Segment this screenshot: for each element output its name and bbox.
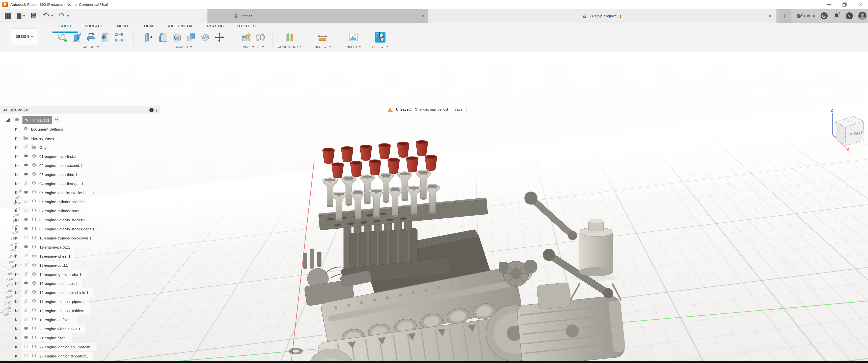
expand-arrow-icon[interactable] [14,236,19,240]
expand-arrow-icon[interactable] [14,309,19,312]
expand-arrow-icon[interactable] [14,164,19,167]
model-driveshaft-upper[interactable] [522,189,580,243]
redo-caret-icon[interactable] [66,15,69,16]
expand-arrow-icon[interactable] [14,355,19,358]
expand-arrow-icon[interactable] [14,218,19,222]
redo-button[interactable] [57,11,70,20]
expand-arrow-icon[interactable] [14,200,19,203]
save-link[interactable]: Save [455,107,463,111]
extrude-icon[interactable] [71,31,83,44]
offset-face-icon[interactable] [199,31,211,44]
collapse-panel-icon[interactable] [2,109,7,112]
joint-icon[interactable] [255,31,266,44]
expand-arrow-icon[interactable] [14,300,19,303]
document-tab-engine[interactable]: 00-312p-engine*(1) × [428,9,776,23]
expand-arrow-icon[interactable] [14,173,19,176]
panel-drag-handle[interactable] [156,109,157,112]
assemble-dropdown[interactable]: ASSEMBLE [237,45,270,48]
expand-arrow-icon[interactable] [14,264,19,267]
close-button[interactable] [852,0,868,9]
visibility-off-icon[interactable] [24,318,29,322]
measure-icon[interactable] [317,31,328,44]
visibility-off-icon[interactable] [24,344,29,349]
browser-item[interactable]: 10-engine-cylinder-box-cover:1 [0,234,159,242]
browser-item[interactable]: 05-engine-velocity-stacks-base:1 [0,188,159,197]
new-component-icon[interactable] [241,31,252,44]
browser-item[interactable]: Named Views [0,134,159,142]
browser-header[interactable]: BROWSER − [0,106,159,114]
browser-item[interactable]: 20-engine-wheels-axle:1 [0,324,159,333]
browser-item[interactable]: 18-engine-exhaust-cables:1 [0,306,159,315]
browser-item[interactable]: 04-engine-main-first-gas:1 [0,179,159,188]
expand-arrow-icon[interactable] [14,128,19,131]
model-velocity-stacks-base[interactable] [318,197,488,230]
3d-viewport[interactable]: 2550250024502400235023002250220021502100… [0,52,868,361]
pattern-icon[interactable] [113,31,125,44]
undo-button[interactable] [41,11,55,20]
browser-item[interactable]: 16-engine-distributor-shield:1 [0,288,159,297]
expand-arrow-icon[interactable] [14,318,19,321]
workspace-selector[interactable]: DESIGN [11,28,38,45]
minimize-button[interactable] [821,0,837,9]
visibility-off-icon[interactable] [24,299,29,304]
expand-arrow-icon[interactable] [14,345,19,349]
visibility-off-icon[interactable] [24,272,29,276]
expand-arrow-icon[interactable] [14,137,19,140]
file-menu-button[interactable] [14,11,27,21]
remove-panel-icon[interactable]: − [149,108,154,112]
expand-arrow-icon[interactable] [14,182,19,185]
browser-item[interactable]: 22-engine-ignition-coil-marelli:1 [0,342,159,351]
press-pull-icon[interactable] [143,31,154,44]
expand-arrow-icon[interactable] [14,327,19,330]
create-sketch-icon[interactable] [57,31,68,44]
canvas-icon[interactable] [347,31,359,44]
visibility-off-icon[interactable] [24,263,29,267]
notifications-bell-icon[interactable] [833,12,840,20]
visibility-off-icon[interactable] [24,254,29,258]
visibility-off-icon[interactable] [24,145,29,150]
root-document[interactable]: (Unsaved) [23,116,52,124]
expand-arrow-icon[interactable] [14,336,19,339]
browser-item[interactable]: 03-engine-main-third:1 [0,170,159,179]
visibility-on-icon[interactable] [14,118,20,122]
documents-counter[interactable]: 0 of 10 [796,13,815,19]
visibility-off-icon[interactable] [24,308,29,313]
expand-arrow-icon[interactable] [14,273,19,276]
browser-item[interactable]: 08-engine-velocity-stacks:1 [0,216,159,224]
expand-arrow-icon[interactable] [14,255,19,258]
browser-item[interactable]: 09-engine-velocity-stacks-caps:1 [0,225,159,233]
move-icon[interactable] [214,31,225,44]
expand-arrow-icon[interactable] [14,209,19,212]
browser-item[interactable]: 13-engine-cord:1 [0,261,159,269]
visibility-off-icon[interactable] [24,236,29,240]
inspect-dropdown[interactable]: INSPECT [309,45,336,48]
visibility-on-icon[interactable] [24,227,29,231]
save-button[interactable] [29,11,39,20]
browser-root-item[interactable]: (Unsaved) [0,116,159,124]
visibility-off-icon[interactable] [24,208,29,213]
browser-item[interactable]: 11-engine-part-1:1 [0,243,159,251]
visibility-on-icon[interactable] [24,154,29,159]
modify-dropdown[interactable]: MODIFY [136,45,231,48]
visibility-on-icon[interactable] [24,326,29,331]
visibility-off-icon[interactable] [24,354,29,358]
expand-arrow-icon[interactable] [14,227,19,231]
document-tab-untitled[interactable]: Untitled × [208,9,429,23]
expand-arrow-icon[interactable] [14,191,19,194]
browser-item[interactable]: 06-engine-cylinder-shield:1 [0,197,159,206]
browser-item[interactable]: Origin [0,143,159,152]
visibility-on-icon[interactable] [24,218,29,222]
fillet-icon[interactable] [157,31,168,44]
user-avatar[interactable] [859,12,867,20]
browser-item[interactable]: 01-engine-main-first:1 [0,152,159,161]
expand-arrow-icon[interactable] [14,146,19,149]
visibility-off-icon[interactable] [24,181,29,186]
select-dropdown[interactable]: SELECT [369,45,392,48]
tab-close-icon[interactable]: × [769,13,771,19]
insert-dropdown[interactable]: INSERT [341,45,366,48]
create-dropdown[interactable]: CREATE [51,45,131,48]
construction-plane-icon[interactable] [284,31,296,44]
browser-item[interactable]: Document Settings [0,125,159,133]
job-status-clock-icon[interactable] [820,12,828,20]
browser-item[interactable]: 14-engine-ignition-rotor:1 [0,270,159,278]
